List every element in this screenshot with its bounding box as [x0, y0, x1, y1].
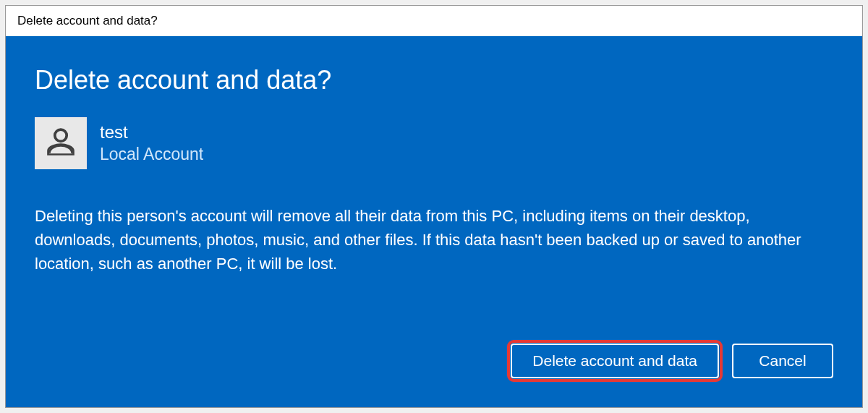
account-type: Local Account	[100, 145, 203, 165]
cancel-button[interactable]: Cancel	[732, 344, 833, 378]
svg-point-0	[55, 129, 67, 141]
account-info: test Local Account	[35, 117, 833, 169]
title-bar: Delete account and data?	[6, 6, 862, 36]
dialog-heading: Delete account and data?	[35, 65, 833, 95]
warning-text: Deleting this person's account will remo…	[35, 204, 816, 276]
delete-account-dialog: Delete account and data? Delete account …	[5, 5, 863, 408]
account-details: test Local Account	[100, 122, 203, 164]
button-row: Delete account and data Cancel	[35, 344, 833, 386]
account-name: test	[100, 122, 203, 143]
user-icon	[46, 127, 76, 160]
avatar	[35, 117, 87, 169]
dialog-body: Delete account and data? test Local Acco…	[6, 36, 862, 407]
window-title: Delete account and data?	[17, 14, 158, 28]
delete-account-button[interactable]: Delete account and data	[511, 344, 719, 378]
